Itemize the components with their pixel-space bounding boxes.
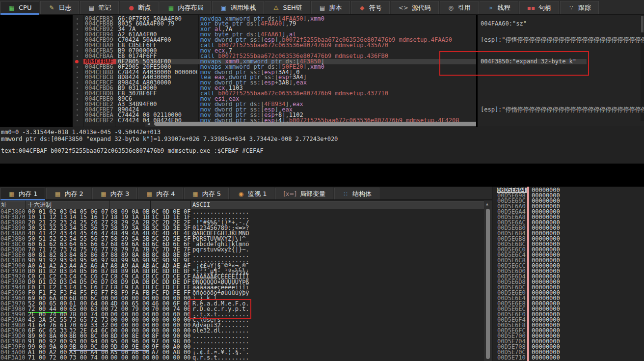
- disasm-row[interactable]: 004CFBCF898424 A8030000mov dword ptr ss:…: [73, 80, 476, 85]
- scrollbar-thumb[interactable]: [641, 16, 644, 32]
- disasm-bytes: B9 07000000: [118, 48, 197, 54]
- row-dot-icon[interactable]: [77, 120, 78, 121]
- disasm-instruction: mov dword ptr ss:[esp+4],b0072f5255baa67…: [200, 118, 475, 123]
- disasm-row[interactable]: 004CFBE7890424mov dword ptr ss:[esp],eax: [73, 107, 476, 112]
- row-dot-icon[interactable]: [77, 82, 78, 83]
- comments-pane[interactable]: 004FAA60:"sz"[esp]:"停悟停停停停停停停停停停停停停停停停停停…: [478, 15, 644, 127]
- scroll-up-arrow-icon[interactable]: ▲: [486, 202, 488, 206]
- tab-label: 调用堆栈: [230, 3, 256, 12]
- stack-row[interactable]: 00D5E71000000000: [492, 355, 644, 361]
- disasm-bytes: 0F2905 20FE5000: [118, 64, 197, 70]
- tab-label: 线程: [498, 3, 510, 12]
- row-dot-icon[interactable]: [77, 109, 78, 111]
- tab-seh-chain[interactable]: ⚠SEH链: [265, 1, 310, 14]
- row-dot-icon[interactable]: [77, 87, 78, 89]
- tab-memory-map[interactable]: ▦内存布局: [160, 1, 211, 14]
- disasm-instruction: mov dword ptr ss:[esp+3A4],0: [200, 70, 475, 75]
- trace-icon: ∵: [568, 4, 575, 11]
- row-dot-icon[interactable]: [77, 72, 78, 73]
- tab-source[interactable]: <>源代码: [391, 1, 439, 14]
- stack-view[interactable]: 00D5E6940000000000D5E6980000000000D5E69C…: [492, 187, 644, 361]
- disasm-row[interactable]: 004CFBB60F2905 20FE5000movaps xmmword pt…: [73, 64, 476, 70]
- tab-trace[interactable]: ∵跟踪: [560, 1, 599, 14]
- disasm-row[interactable]: 004CFB94A2 61AA4F00mov byte ptr ds:[4FAA…: [73, 32, 476, 37]
- bottom-tab-bar: ▦内存 1▦内存 2▦内存 3▦内存 4▦内存 5◉监视 1[x=]局部变量∷结…: [0, 187, 492, 200]
- row-dot-icon[interactable]: [77, 114, 78, 116]
- row-dot-icon[interactable]: [77, 18, 78, 20]
- disasm-row[interactable]: 004CFB8366:0F7F05 50AA4F00movdqa xmmword…: [73, 16, 476, 22]
- scrollbar-thumb[interactable]: [486, 209, 490, 359]
- disasm-instruction: mov esi,eax: [200, 96, 475, 102]
- tab-cpu[interactable]: ▦CPU: [0, 1, 39, 14]
- disasm-row[interactable]: 004CFBE089C6mov esi,eax: [73, 96, 476, 102]
- row-dot-icon[interactable]: [77, 39, 78, 41]
- dump-address: 04F3A10: [0, 355, 26, 361]
- row-dot-icon[interactable]: [77, 77, 78, 78]
- row-dot-icon[interactable]: [77, 23, 78, 25]
- disasm-instruction: mov dword ptr ss:[esp],b0072f5255baa672c…: [200, 37, 475, 43]
- dump-vertical-scrollbar[interactable]: ▲: [484, 200, 492, 361]
- disasm-instruction: movaps xmm0,xmmword ptr ds:[4F3850]: [200, 59, 475, 64]
- row-dot-icon[interactable]: [77, 98, 78, 100]
- memory-dump-view[interactable]: 址 十六进制 ASCII ▲ 04F386000 01 02 0304 05 0…: [0, 200, 492, 361]
- memory-dump-1-icon: ▦: [8, 191, 15, 197]
- disasm-row[interactable]: 004CFBF2C74424 04 08424F00mov dword ptr …: [73, 118, 476, 123]
- disasm-row[interactable]: 004CFBE2A3 34B94F00mov dword ptr ds:[4FB…: [73, 102, 476, 107]
- tab-watch[interactable]: ◉监视 1: [230, 188, 274, 199]
- tab-memory-dump-1[interactable]: ▦内存 1: [0, 188, 45, 199]
- tab-notes[interactable]: ▤笔记: [80, 1, 119, 14]
- tab-breakpoint[interactable]: ●断点: [120, 1, 159, 14]
- tab-struct[interactable]: ∷结构体: [334, 188, 379, 199]
- dump-hex-group: 73 00 74 00: [69, 355, 108, 361]
- disasm-row[interactable]: 004CFBAAE8 0174F6FFcall b0072f5255baa672…: [73, 54, 476, 59]
- disasm-bytes: 8035 60AA4F00 79: [118, 21, 197, 27]
- row-dot-icon[interactable]: [77, 56, 78, 57]
- tab-memory-dump-4[interactable]: ▦内存 4: [138, 188, 183, 199]
- tab-label: 结构体: [352, 190, 372, 198]
- disasm-instruction: mov ecx,7: [200, 48, 475, 54]
- row-dot-icon[interactable]: [77, 93, 78, 94]
- disasm-row[interactable]: 004CFBAF0F2805 50384F00movaps xmm0,xmmwo…: [73, 59, 476, 64]
- comments-vertical-scrollbar[interactable]: [641, 15, 644, 121]
- disasm-comment: 004FAA60:"sz": [481, 21, 527, 27]
- disasm-row[interactable]: 004CFBEAC74424 08 02110000mov dword ptr …: [73, 112, 476, 118]
- tab-symbols[interactable]: ◆符号: [351, 1, 390, 14]
- tab-call-stack[interactable]: ▣调用堆栈: [212, 1, 264, 14]
- disasm-row[interactable]: 004CFB99C70424 50AA4F00mov dword ptr ss:…: [73, 37, 476, 43]
- tab-threads[interactable]: »线程: [480, 1, 518, 14]
- disasm-row[interactable]: 004CFBD6B9 03110000mov ecx,1103: [73, 85, 476, 91]
- disasm-row[interactable]: 004CFB9234 7Axor al,7A: [73, 27, 476, 32]
- disassembly-view[interactable]: ◀ 004CFB8366:0F7F05 50AA4F00movdqa xmmwo…: [73, 15, 476, 127]
- script-icon: ▤: [319, 4, 326, 11]
- disasm-bytes: 0F2805 50384F00: [118, 59, 197, 64]
- row-dot-icon[interactable]: [77, 50, 78, 52]
- tab-memory-dump-2[interactable]: ▦内存 2: [46, 188, 91, 199]
- memory-map-icon: ▦: [167, 4, 174, 11]
- disasm-instruction: call b0072f5255baa672c063536e807476b9_md…: [200, 43, 475, 48]
- disasm-row[interactable]: 004CFB8B8035 60AA4F00 79xor byte ptr ds:…: [73, 21, 476, 27]
- breakpoint-icon[interactable]: [75, 60, 79, 63]
- disasm-bytes: C70424 50AA4F00: [118, 37, 197, 43]
- row-dot-icon[interactable]: [77, 34, 78, 35]
- disasm-row[interactable]: 004CFBC88D8424 A4030000lea eax,dword ptr…: [73, 75, 476, 80]
- row-dot-icon[interactable]: [77, 104, 78, 105]
- tab-log[interactable]: ✎日志: [40, 1, 79, 14]
- tab-references[interactable]: ◎引用: [440, 1, 479, 14]
- source-icon: <>: [399, 4, 408, 11]
- tab-memory-dump-3[interactable]: ▦内存 3: [92, 188, 137, 199]
- disasm-row[interactable]: 004CFBBDC78424 A4030000 00000000mov dwor…: [73, 70, 476, 75]
- row-dot-icon[interactable]: [77, 45, 78, 46]
- disasm-row[interactable]: 004CFBA0E8 CB5EF6FFcall b0072f5255baa672…: [73, 43, 476, 48]
- tab-memory-dump-5[interactable]: ▦内存 5: [184, 188, 229, 199]
- tab-handles[interactable]: ▪▪句柄: [519, 1, 559, 14]
- row-dot-icon[interactable]: [77, 28, 78, 30]
- disasm-instruction: call b0072f5255baa672c063536e807476b9_md…: [200, 91, 475, 96]
- dump-hex-group: 00 00 00 00: [110, 355, 149, 361]
- disasm-row[interactable]: 004CFBDBE8 307BF6FFcall b0072f5255baa672…: [73, 91, 476, 96]
- row-dot-icon[interactable]: [77, 66, 78, 68]
- tab-script[interactable]: ▤脚本: [311, 1, 350, 14]
- tab-locals[interactable]: [x=]局部变量: [275, 188, 333, 199]
- dump-row[interactable]: 04F3A1071 00 72 0073 00 74 0000 00 00 00…: [0, 355, 484, 361]
- disasm-row[interactable]: 004CFBA5B9 07000000mov ecx,7: [73, 48, 476, 54]
- watch-icon: ◉: [238, 191, 244, 197]
